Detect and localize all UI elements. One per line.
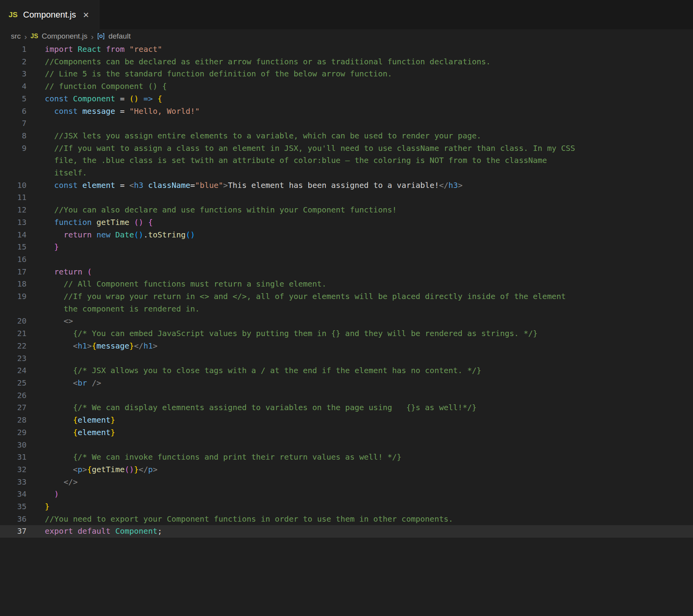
code-line[interactable]: 15} [0,241,693,253]
code-content[interactable] [45,253,582,266]
code-content[interactable]: // All Component functions must return a… [45,278,582,290]
code-content[interactable] [45,352,582,365]
code-line[interactable]: 30 [0,439,693,451]
line-number[interactable]: 4 [0,80,27,93]
line-number[interactable]: 37 [0,525,27,538]
code-content[interactable]: <br /> [45,377,582,389]
tab-component-js[interactable]: JS Component.js × [0,0,99,29]
code-content[interactable]: <h1>{message}</h1> [45,340,582,352]
line-number[interactable]: 27 [0,402,27,414]
code-line[interactable]: 3// Line 5 is the standard function defi… [0,68,693,80]
code-content[interactable]: } [45,501,582,513]
code-content[interactable]: {/* We can display elemnents assigned to… [45,402,582,414]
code-content[interactable]: {/* We can invoke functions and print th… [45,451,582,464]
line-number[interactable]: 17 [0,266,27,278]
code-content[interactable]: {element} [45,414,582,427]
breadcrumb-item-src[interactable]: src [11,32,21,41]
code-content[interactable]: <> [45,315,582,327]
code-line[interactable]: 10const element = <h3 className="blue">T… [0,179,693,192]
line-number[interactable]: 2 [0,56,27,68]
line-number[interactable]: 19 [0,290,27,315]
line-number[interactable]: 32 [0,464,27,476]
code-content[interactable]: {element} [45,427,582,439]
code-line[interactable]: 34) [0,488,693,501]
breadcrumb-item-filename[interactable]: Component.js [42,32,87,41]
code-content[interactable]: // Line 5 is the standard function defin… [45,68,582,80]
code-content[interactable] [45,191,582,204]
line-number[interactable]: 8 [0,130,27,142]
code-content[interactable]: const element = <h3 className="blue">Thi… [45,179,582,192]
line-number[interactable]: 31 [0,451,27,464]
code-content[interactable]: //Components can be declared as either a… [45,56,582,68]
code-content[interactable]: ) [45,488,582,501]
line-number[interactable]: 13 [0,216,27,229]
code-line[interactable]: 16 [0,253,693,266]
line-number[interactable]: 18 [0,278,27,290]
code-line[interactable]: 24{/* JSX allows you to close tags with … [0,365,693,377]
code-line[interactable]: 11 [0,191,693,204]
code-content[interactable]: } [45,241,582,253]
code-line[interactable]: 21{/* You can embed JavaScript values by… [0,327,693,340]
breadcrumb-item-default[interactable]: default [108,32,131,41]
line-number[interactable]: 24 [0,365,27,377]
code-line[interactable]: 6const message = "Hello, World!" [0,105,693,118]
line-number[interactable]: 3 [0,68,27,80]
line-number[interactable]: 20 [0,315,27,327]
line-number[interactable]: 25 [0,377,27,389]
code-line[interactable]: 20<> [0,315,693,327]
code-content[interactable]: </> [45,476,582,489]
line-number[interactable]: 6 [0,105,27,118]
line-number[interactable]: 26 [0,389,27,402]
line-number[interactable]: 33 [0,476,27,489]
line-number[interactable]: 10 [0,179,27,192]
code-line[interactable]: 4// function Component () { [0,80,693,93]
line-number[interactable]: 36 [0,513,27,526]
code-line[interactable]: 12//You can also declare and use functio… [0,204,693,216]
code-line[interactable]: 17return ( [0,266,693,278]
code-line[interactable]: 8//JSX lets you assign entire elements t… [0,130,693,142]
code-line[interactable]: 5const Component = () => { [0,93,693,105]
close-icon[interactable]: × [81,9,90,21]
code-content[interactable] [45,117,582,130]
code-content[interactable]: export default Component; [45,525,582,538]
code-line[interactable]: 32<p>{getTime()}</p> [0,464,693,476]
code-line[interactable]: 33</> [0,476,693,489]
code-content[interactable]: import React from "react" [45,43,582,56]
code-content[interactable]: const Component = () => { [45,93,582,105]
code-line[interactable]: 37export default Component; [0,525,693,538]
code-content[interactable]: //If you want to assign a class to an el… [45,142,582,179]
code-line[interactable]: 31{/* We can invoke functions and print … [0,451,693,464]
code-line[interactable]: 26 [0,389,693,402]
line-number[interactable]: 30 [0,439,27,451]
code-line[interactable]: 28{element} [0,414,693,427]
code-line[interactable]: 19//If you wrap your return in <> and </… [0,290,693,315]
code-line[interactable]: 7 [0,117,693,130]
line-number[interactable]: 5 [0,93,27,105]
code-content[interactable] [45,439,582,451]
line-number[interactable]: 23 [0,352,27,365]
code-content[interactable]: <p>{getTime()}</p> [45,464,582,476]
code-line[interactable]: 22<h1>{message}</h1> [0,340,693,352]
line-number[interactable]: 21 [0,327,27,340]
code-content[interactable]: // function Component () { [45,80,582,93]
line-number[interactable]: 9 [0,142,27,179]
line-number[interactable]: 35 [0,501,27,513]
line-number[interactable]: 14 [0,229,27,241]
code-line[interactable]: 23 [0,352,693,365]
code-line[interactable]: 35} [0,501,693,513]
code-content[interactable]: //If you wrap your return in <> and </>,… [45,290,582,315]
line-number[interactable]: 11 [0,191,27,204]
code-line[interactable]: 27{/* We can display elemnents assigned … [0,402,693,414]
code-line[interactable]: 1import React from "react" [0,43,693,56]
code-content[interactable]: //You need to export your Component func… [45,513,582,526]
code-line[interactable]: 29{element} [0,427,693,439]
code-line[interactable]: 9//If you want to assign a class to an e… [0,142,693,179]
code-content[interactable] [45,389,582,402]
line-number[interactable]: 12 [0,204,27,216]
line-number[interactable]: 15 [0,241,27,253]
line-number[interactable]: 7 [0,117,27,130]
line-number[interactable]: 28 [0,414,27,427]
line-number[interactable]: 22 [0,340,27,352]
code-content[interactable]: {/* You can embed JavaScript values by p… [45,327,582,340]
code-line[interactable]: 18// All Component functions must return… [0,278,693,290]
